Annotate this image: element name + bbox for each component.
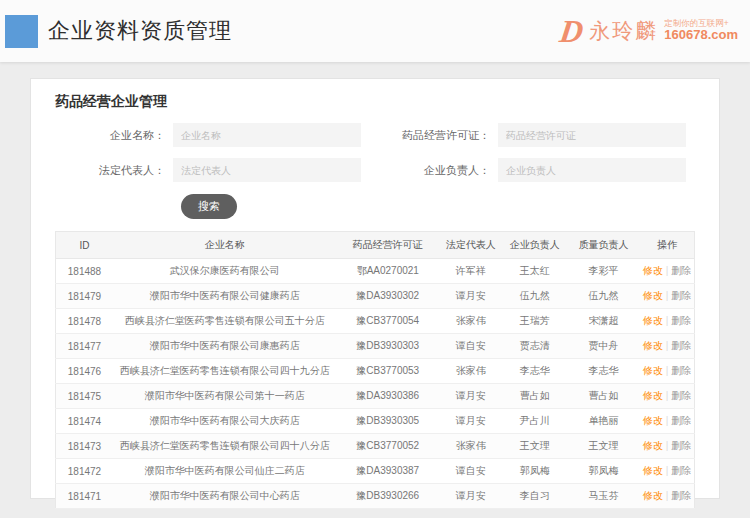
cell-name: 西峡县济仁堂医药零售连锁有限公司五十分店 [113,309,337,334]
enterprise-table: ID企业名称药品经营许可证法定代表人企业负责人质量负责人操作 181488武汉保… [55,231,695,509]
manager-input[interactable] [498,158,686,182]
panel-title: 药品经营企业管理 [55,93,695,111]
column-header-6: 操作 [640,232,694,259]
cell-name: 濮阳市华中医药有限公司健康药店 [113,284,337,309]
page-title: 企业资料资质管理 [48,16,232,46]
cell-legal_rep: 谭月安 [439,384,503,409]
brand-logo: D 永玲麟 定制你的互联网+ 160678.com [560,15,738,47]
cell-legal_rep: 谭月安 [439,409,503,434]
cell-manager: 王太红 [503,259,567,284]
table-row: 181477濮阳市华中医药有限公司康惠药店豫DB3930303谭自安贾志清贾中舟… [56,334,695,359]
edit-link[interactable]: 修改 [643,490,663,501]
cell-actions: 修改 | 删除 [640,384,694,409]
edit-link[interactable]: 修改 [643,265,663,276]
page-header: 企业资料资质管理 D 永玲麟 定制你的互联网+ 160678.com [0,0,750,62]
action-separator: | [663,440,671,451]
cell-quality: 宋潇超 [567,309,640,334]
table-row: 181478西峡县济仁堂医药零售连锁有限公司五十分店豫CB3770054张家伟王… [56,309,695,334]
page: 企业资料资质管理 D 永玲麟 定制你的互联网+ 160678.com 药品经营企… [0,0,750,518]
company-name-input[interactable] [173,123,361,147]
brand-domain: 160678.com [664,28,738,43]
action-separator: | [663,340,671,351]
delete-link[interactable]: 删除 [671,290,691,301]
table-row: 181471濮阳市华中医药有限公司中心药店豫DB3930266谭月安李自习马玉芬… [56,484,695,509]
cell-legal_rep: 谭月安 [439,484,503,509]
legal-rep-input[interactable] [173,158,361,182]
edit-link[interactable]: 修改 [643,315,663,326]
field-legal-rep: 法定代表人： [55,158,370,182]
cell-manager: 王瑞芳 [503,309,567,334]
cell-license: 豫DA3930386 [337,384,439,409]
delete-link[interactable]: 删除 [671,340,691,351]
cell-manager: 李自习 [503,484,567,509]
license-input[interactable] [498,123,686,147]
delete-link[interactable]: 删除 [671,440,691,451]
cell-id: 181471 [56,484,114,509]
cell-id: 181478 [56,309,114,334]
action-separator: | [663,315,671,326]
cell-name: 濮阳市华中医药有限公司大庆药店 [113,409,337,434]
cell-manager: 王文理 [503,434,567,459]
table-header-row: ID企业名称药品经营许可证法定代表人企业负责人质量负责人操作 [56,232,695,259]
cell-quality: 伍九然 [567,284,640,309]
content-card: 药品经营企业管理 企业名称： 药品经营许可证： 法定代表人： 企业负责人： 搜索 [30,78,720,499]
manager-label: 企业负责人： [380,163,498,178]
cell-name: 武汉保尔康医药有限公司 [113,259,337,284]
table-row: 181476西峡县济仁堂医药零售连锁有限公司四十九分店豫CB3770053张家伟… [56,359,695,384]
cell-name: 濮阳市华中医药有限公司仙庄二药店 [113,459,337,484]
table-row: 181473西峡县济仁堂医药零售连锁有限公司四十八分店豫CB3770052张家伟… [56,434,695,459]
cell-id: 181473 [56,434,114,459]
cell-legal_rep: 谭月安 [439,284,503,309]
delete-link[interactable]: 删除 [671,390,691,401]
cell-actions: 修改 | 删除 [640,284,694,309]
delete-link[interactable]: 删除 [671,365,691,376]
action-separator: | [663,415,671,426]
field-license: 药品经营许可证： [380,123,695,147]
edit-link[interactable]: 修改 [643,365,663,376]
cell-legal_rep: 张家伟 [439,359,503,384]
cell-manager: 贾志清 [503,334,567,359]
cell-license: 豫DA3930387 [337,459,439,484]
cell-actions: 修改 | 删除 [640,409,694,434]
cell-license: 豫DB3930303 [337,334,439,359]
table-row: 181488武汉保尔康医药有限公司鄂AA0270021许军祥王太红李彩平修改 |… [56,259,695,284]
cell-id: 181475 [56,384,114,409]
cell-license: 鄂AA0270021 [337,259,439,284]
action-separator: | [663,390,671,401]
delete-link[interactable]: 删除 [671,465,691,476]
cell-id: 181479 [56,284,114,309]
cell-legal_rep: 张家伟 [439,434,503,459]
edit-link[interactable]: 修改 [643,415,663,426]
cell-actions: 修改 | 删除 [640,484,694,509]
edit-link[interactable]: 修改 [643,465,663,476]
cell-quality: 李志华 [567,359,640,384]
edit-link[interactable]: 修改 [643,290,663,301]
delete-link[interactable]: 删除 [671,315,691,326]
column-header-5: 质量负责人 [567,232,640,259]
edit-link[interactable]: 修改 [643,340,663,351]
delete-link[interactable]: 删除 [671,490,691,501]
delete-link[interactable]: 删除 [671,415,691,426]
table-row: 181474濮阳市华中医药有限公司大庆药店豫DB3930305谭月安尹占川单艳丽… [56,409,695,434]
cell-license: 豫DB3930305 [337,409,439,434]
brand-logo-icon: D [558,15,586,47]
field-manager: 企业负责人： [380,158,695,182]
cell-actions: 修改 | 删除 [640,334,694,359]
cell-id: 181476 [56,359,114,384]
column-header-2: 药品经营许可证 [337,232,439,259]
delete-link[interactable]: 删除 [671,265,691,276]
column-header-3: 法定代表人 [439,232,503,259]
cell-license: 豫DB3930266 [337,484,439,509]
cell-name: 濮阳市华中医药有限公司中心药店 [113,484,337,509]
action-separator: | [663,265,671,276]
edit-link[interactable]: 修改 [643,440,663,451]
table-row: 181479濮阳市华中医药有限公司健康药店豫DA3930302谭月安伍九然伍九然… [56,284,695,309]
cell-legal_rep: 谭自安 [439,334,503,359]
cell-license: 豫CB3770054 [337,309,439,334]
search-button[interactable]: 搜索 [181,194,237,219]
cell-legal_rep: 许军祥 [439,259,503,284]
edit-link[interactable]: 修改 [643,390,663,401]
cell-quality: 郭凤梅 [567,459,640,484]
table-row: 181472濮阳市华中医药有限公司仙庄二药店豫DA3930387谭自安郭凤梅郭凤… [56,459,695,484]
cell-name: 西峡县济仁堂医药零售连锁有限公司四十八分店 [113,434,337,459]
